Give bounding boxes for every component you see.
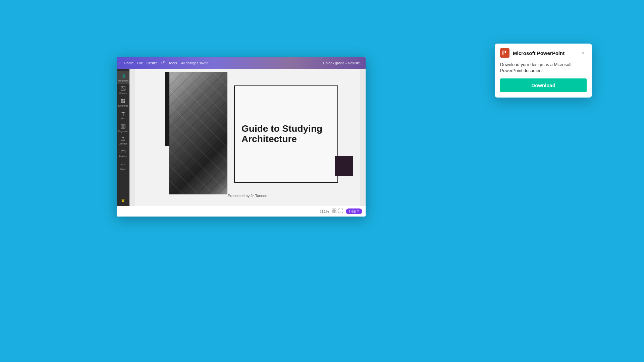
text-icon: T [120, 111, 126, 117]
content-box: Guide to Studying Architecture [234, 85, 338, 183]
top-bar: ‹ Home File Resize ↺ Tools All changes s… [117, 57, 366, 69]
sidebar-label-folders: Folders [119, 155, 127, 158]
slide-canvas: Guide to Studying Architecture Presented… [135, 69, 360, 206]
help-label: Help [349, 209, 356, 213]
sidebar-label-elements: Elements [118, 105, 128, 107]
sidebar-label-text: Text [121, 117, 125, 120]
grid-view-icon[interactable] [332, 208, 336, 214]
sidebar: ⊞ Templates Photos [117, 69, 129, 206]
nav-tools[interactable]: Tools [168, 61, 177, 65]
svg-rect-7 [122, 125, 124, 128]
bottom-icons [332, 208, 343, 214]
nav-resize[interactable]: Resize [146, 61, 158, 65]
nav-home[interactable]: Home [124, 61, 133, 65]
dark-square-decoration [335, 156, 353, 176]
zoom-level: 211% [320, 209, 329, 214]
sidebar-item-elements[interactable]: Elements [117, 96, 129, 109]
sidebar-item-templates[interactable]: ⊞ Templates [117, 71, 129, 84]
svg-rect-3 [123, 99, 125, 101]
background-icon [120, 123, 126, 129]
uploads-icon [120, 136, 126, 142]
black-bar-decoration [165, 72, 169, 146]
canvas-area[interactable]: Guide to Studying Architecture Presented… [129, 69, 366, 206]
help-button[interactable]: Help ? [346, 208, 362, 214]
slide-title: Guide to Studying Architecture [241, 124, 331, 144]
close-icon: × [582, 50, 585, 56]
ppt-modal: P Microsoft PowerPoint × Download your d… [495, 44, 592, 98]
sidebar-label-uploads: Uploads [119, 142, 127, 145]
sidebar-bottom: ♛ [120, 197, 126, 204]
fullscreen-icon[interactable] [338, 208, 343, 214]
bottom-bar: 211% Help ? [117, 206, 366, 217]
photo-inner [169, 72, 227, 194]
sidebar-item-photos[interactable]: Photos [117, 84, 129, 97]
modal-title: Microsoft PowerPoint [513, 50, 577, 56]
modal-description: Download your design as a Microsoft Powe… [495, 61, 592, 78]
svg-rect-4 [121, 101, 123, 103]
svg-rect-5 [123, 101, 125, 103]
presenter-text: Presented by Jc Tanedo [135, 194, 360, 198]
crown-icon: ♛ [120, 197, 126, 204]
svg-rect-10 [332, 211, 334, 213]
folders-icon [120, 148, 126, 155]
elements-icon [120, 98, 126, 104]
photos-icon [120, 85, 126, 92]
undo-button[interactable]: ↺ [161, 60, 165, 66]
saved-status: All changes saved [181, 61, 319, 65]
editor-window: ‹ Home File Resize ↺ Tools All changes s… [117, 57, 366, 217]
document-title: Color - grade - Newsle... [323, 61, 363, 65]
sidebar-label-photos: Photos [119, 92, 127, 95]
sidebar-label-more: More [120, 168, 126, 171]
modal-header: P Microsoft PowerPoint × [495, 44, 592, 61]
svg-rect-8 [332, 209, 334, 210]
sidebar-item-background[interactable]: Bkground [117, 122, 129, 134]
sidebar-item-more[interactable]: ••• More [117, 160, 129, 172]
nav-bar: ‹ Home File Resize ↺ Tools [119, 60, 177, 66]
svg-rect-2 [121, 99, 123, 101]
sidebar-item-uploads[interactable]: Uploads [117, 134, 129, 147]
svg-rect-9 [334, 209, 336, 210]
help-question-mark: ? [357, 209, 359, 213]
sidebar-label-background: Bkground [118, 130, 128, 133]
download-button[interactable]: Download [500, 78, 587, 92]
modal-close-button[interactable]: × [580, 50, 587, 56]
sidebar-item-folders[interactable]: Folders [117, 147, 129, 160]
svg-rect-11 [334, 211, 336, 213]
more-icon: ••• [120, 161, 126, 167]
powerpoint-logo: P [500, 48, 509, 58]
editor-body: ⊞ Templates Photos [117, 69, 366, 206]
back-chevron: ‹ [119, 61, 120, 65]
svg-rect-0 [121, 86, 125, 90]
svg-point-1 [122, 87, 122, 88]
sidebar-label-templates: Templates [118, 79, 128, 82]
sidebar-item-text[interactable]: T Text [117, 109, 129, 122]
nav-file[interactable]: File [137, 61, 143, 65]
architecture-photo [169, 72, 227, 194]
templates-icon: ⊞ [120, 73, 126, 79]
svg-text:P: P [502, 50, 506, 56]
